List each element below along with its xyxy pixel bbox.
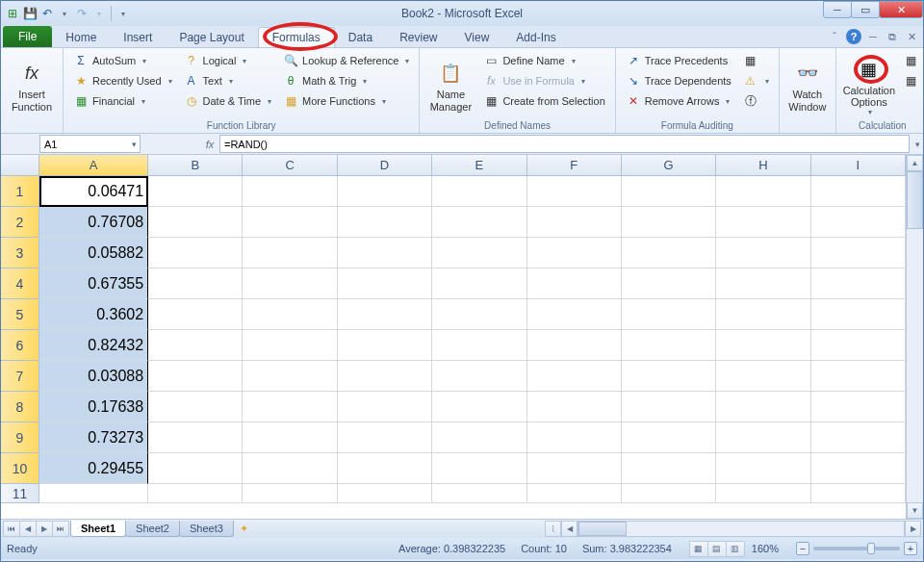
minimize-ribbon-icon[interactable]: ˆ xyxy=(827,29,842,44)
nav-next-icon[interactable]: ▶ xyxy=(36,521,53,537)
excel-icon[interactable]: ⊞ xyxy=(5,6,20,21)
cell[interactable] xyxy=(243,207,337,238)
math-trig-button[interactable]: θMath & Trig xyxy=(279,71,413,90)
cell[interactable] xyxy=(716,361,810,392)
cell[interactable] xyxy=(432,330,526,361)
cell[interactable]: 0.3602 xyxy=(39,299,148,330)
cell[interactable]: 0.73273 xyxy=(39,422,148,453)
new-sheet-icon[interactable]: ✦ xyxy=(235,522,254,536)
column-header[interactable]: E xyxy=(432,155,526,176)
row-header[interactable]: 2 xyxy=(1,207,39,238)
hscroll-track[interactable] xyxy=(578,521,905,537)
watch-window-button[interactable]: 👓 Watch Window xyxy=(783,50,832,120)
cell[interactable] xyxy=(716,268,810,299)
cell[interactable] xyxy=(527,207,622,238)
scroll-down-icon[interactable]: ▼ xyxy=(907,502,923,519)
cell[interactable] xyxy=(622,299,716,330)
cell[interactable] xyxy=(432,392,526,422)
error-checking-button[interactable]: ⚠ xyxy=(739,71,773,90)
cell[interactable] xyxy=(527,392,622,422)
cell[interactable] xyxy=(811,422,906,453)
sheet-tab-3[interactable]: Sheet3 xyxy=(179,521,234,537)
hscroll-thumb[interactable] xyxy=(578,522,627,536)
cell[interactable]: 0.76708 xyxy=(39,207,148,238)
recently-used-button[interactable]: ★Recently Used xyxy=(69,71,176,90)
cell[interactable] xyxy=(716,392,810,422)
tab-home[interactable]: Home xyxy=(52,28,110,47)
sheet-tab-2[interactable]: Sheet2 xyxy=(125,521,180,537)
cell[interactable] xyxy=(148,361,243,392)
doc-close-icon[interactable]: ✕ xyxy=(904,29,919,44)
cell[interactable] xyxy=(527,268,622,299)
text-button[interactable]: AText xyxy=(180,71,276,90)
lookup-button[interactable]: 🔍Lookup & Reference xyxy=(279,51,413,70)
column-header[interactable]: F xyxy=(527,155,622,176)
cell[interactable] xyxy=(716,330,810,361)
cell[interactable] xyxy=(338,207,432,238)
hscroll-left-icon[interactable]: ◀ xyxy=(561,521,578,537)
logical-button[interactable]: ?Logical xyxy=(180,51,276,70)
column-header[interactable]: D xyxy=(338,155,432,176)
cell[interactable] xyxy=(716,207,810,238)
cell[interactable] xyxy=(716,453,810,484)
row-header[interactable]: 10 xyxy=(1,453,39,484)
cell[interactable] xyxy=(243,238,337,268)
cell[interactable] xyxy=(148,330,243,361)
cell[interactable] xyxy=(338,330,432,361)
zoom-level[interactable]: 160% xyxy=(752,543,779,554)
tab-file[interactable]: File xyxy=(3,26,52,47)
qat-customize-icon[interactable]: ▾ xyxy=(116,6,131,21)
save-icon[interactable]: 💾 xyxy=(22,6,38,21)
zoom-out-button[interactable]: − xyxy=(796,542,809,555)
cell[interactable] xyxy=(243,330,337,361)
cell[interactable] xyxy=(811,453,906,484)
cell[interactable] xyxy=(243,361,337,392)
cell[interactable] xyxy=(148,268,243,299)
cell[interactable] xyxy=(622,268,716,299)
cell[interactable] xyxy=(716,484,810,503)
cell[interactable] xyxy=(432,268,526,299)
cell[interactable] xyxy=(148,392,243,422)
cell[interactable] xyxy=(148,176,243,207)
define-name-button[interactable]: ▭Define Name xyxy=(479,51,608,70)
column-header[interactable]: I xyxy=(811,155,906,176)
select-all-corner[interactable] xyxy=(1,155,39,176)
cell[interactable] xyxy=(527,484,622,503)
scroll-up-icon[interactable]: ▲ xyxy=(907,155,923,171)
cell[interactable] xyxy=(811,330,906,361)
cell[interactable] xyxy=(243,422,337,453)
cell[interactable] xyxy=(432,422,526,453)
trace-dependents-button[interactable]: ↘Trace Dependents xyxy=(622,71,735,90)
cell[interactable] xyxy=(622,361,716,392)
cell[interactable] xyxy=(527,330,622,361)
zoom-in-button[interactable]: + xyxy=(904,542,917,555)
undo-dropdown-icon[interactable]: ▾ xyxy=(57,6,72,21)
use-in-formula-button[interactable]: fxUse in Formula xyxy=(479,71,608,90)
cell[interactable]: 0.67355 xyxy=(39,268,148,299)
cell[interactable] xyxy=(811,238,906,268)
cell[interactable] xyxy=(811,268,906,299)
cell[interactable] xyxy=(338,238,432,268)
column-header[interactable]: A xyxy=(39,155,148,176)
column-header[interactable]: H xyxy=(716,155,810,176)
cell[interactable] xyxy=(243,176,337,207)
row-header[interactable]: 8 xyxy=(1,392,39,422)
row-header[interactable]: 11 xyxy=(1,484,39,503)
cell[interactable] xyxy=(148,453,243,484)
row-header[interactable]: 7 xyxy=(1,361,39,392)
row-header[interactable]: 3 xyxy=(1,238,39,268)
hscroll-right-icon[interactable]: ▶ xyxy=(905,521,921,537)
name-manager-button[interactable]: 📋 Name Manager xyxy=(424,50,477,120)
cell[interactable] xyxy=(716,176,810,207)
cell[interactable] xyxy=(432,453,526,484)
cell[interactable]: 0.82432 xyxy=(39,330,148,361)
tab-insert[interactable]: Insert xyxy=(110,28,166,47)
cell[interactable] xyxy=(622,422,716,453)
cell[interactable] xyxy=(148,299,243,330)
row-header[interactable]: 9 xyxy=(1,422,39,453)
calculate-sheet-button[interactable]: ▦ xyxy=(900,71,923,90)
cell[interactable] xyxy=(622,453,716,484)
evaluate-formula-button[interactable]: ⓕ xyxy=(739,91,773,111)
minimize-button[interactable]: ─ xyxy=(823,1,852,18)
column-header[interactable]: C xyxy=(243,155,337,176)
